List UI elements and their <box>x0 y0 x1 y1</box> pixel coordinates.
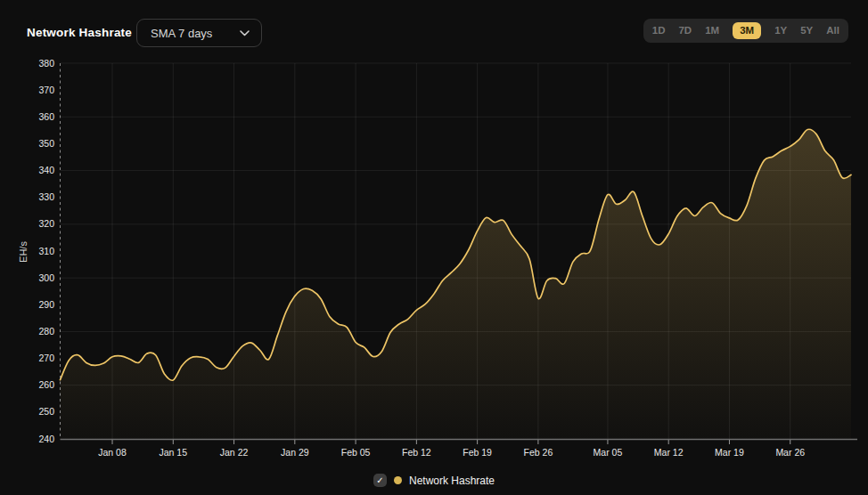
y-axis-label: 300 <box>38 272 54 283</box>
chart-legend: ✓ Network Hashrate <box>0 474 868 487</box>
y-axis-label: 280 <box>38 326 54 337</box>
legend-checkbox[interactable]: ✓ <box>373 474 387 487</box>
y-axis-label: 350 <box>38 138 54 149</box>
y-axis-label: 380 <box>38 58 54 69</box>
y-axis-label: 340 <box>38 165 54 175</box>
y-axis-label: 360 <box>38 111 54 122</box>
chart-canvas: 2402502602702802903003103203303403503603… <box>18 58 857 458</box>
x-axis-label: Mar 12 <box>654 447 684 458</box>
legend-series-label: Network Hashrate <box>409 475 495 487</box>
y-axis-label: 290 <box>38 299 54 310</box>
x-axis-label: Jan 08 <box>98 447 127 458</box>
y-axis-label: 250 <box>38 406 54 417</box>
x-axis-label: Jan 22 <box>220 447 249 458</box>
x-axis-label: Jan 29 <box>281 447 309 458</box>
x-axis-label: Feb 19 <box>463 447 492 458</box>
y-axis-unit-label: EH/s <box>18 241 29 263</box>
page-root: Network Hashrate SMA 7 days 1D7D1M3M1Y5Y… <box>0 0 868 495</box>
x-axis-label: Feb 26 <box>524 447 553 458</box>
y-axis-label: 310 <box>38 246 54 256</box>
series-area <box>61 129 852 439</box>
y-axis-label: 330 <box>38 191 54 202</box>
y-axis-label: 240 <box>38 434 54 444</box>
x-axis-label: Mar 26 <box>775 447 805 458</box>
y-axis-label: 320 <box>38 218 54 229</box>
x-axis-label: Mar 19 <box>715 447 744 458</box>
y-axis-label: 370 <box>38 85 54 95</box>
y-axis-label: 270 <box>38 353 54 363</box>
y-axis-label: 260 <box>38 379 54 390</box>
x-axis-label: Mar 05 <box>594 447 623 458</box>
hashrate-chart[interactable]: 2402502602702802903003103203303403503603… <box>0 0 868 495</box>
legend-series-dot <box>394 476 402 484</box>
x-axis-label: Feb 05 <box>341 447 371 458</box>
x-axis-label: Feb 12 <box>402 447 431 458</box>
x-axis-label: Jan 15 <box>160 447 188 458</box>
